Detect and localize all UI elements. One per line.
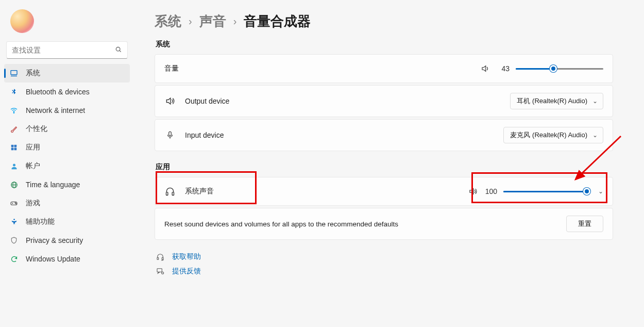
sidebar-item-time[interactable]: Time & language bbox=[4, 175, 130, 194]
sidebar-item-label: Network & internet bbox=[26, 106, 85, 115]
search-input[interactable] bbox=[12, 46, 115, 54]
svg-rect-7 bbox=[11, 148, 14, 151]
chevron-down-icon: ⌄ bbox=[592, 97, 598, 105]
output-device-label: Output device bbox=[185, 97, 229, 105]
svg-rect-8 bbox=[14, 148, 17, 151]
breadcrumb-sep: › bbox=[233, 15, 237, 27]
main-content: 系统 › 声音 › 音量合成器 系统 音量 43 Output device 耳… bbox=[155, 12, 613, 281]
svg-rect-2 bbox=[11, 71, 17, 75]
sidebar-item-system[interactable]: 系统 bbox=[4, 64, 130, 83]
input-device-dropdown[interactable]: 麦克风 (Realtek(R) Audio) ⌄ bbox=[503, 127, 603, 143]
sidebar-item-label: Windows Update bbox=[26, 255, 80, 263]
output-device-selected: 耳机 (Realtek(R) Audio) bbox=[517, 96, 587, 106]
svg-rect-22 bbox=[172, 192, 174, 195]
volume-slider[interactable] bbox=[516, 64, 603, 73]
volume-title: 音量 bbox=[164, 64, 179, 73]
svg-point-18 bbox=[13, 219, 15, 220]
sidebar-item-label: Privacy & security bbox=[26, 236, 83, 244]
search-icon bbox=[115, 46, 122, 55]
reset-button[interactable]: 重置 bbox=[566, 216, 603, 232]
svg-rect-21 bbox=[166, 192, 168, 195]
system-sound-value: 100 bbox=[485, 187, 497, 195]
volume-value: 43 bbox=[497, 64, 510, 73]
system-sound-card: 系统声音 100 ⌄ bbox=[155, 177, 613, 206]
svg-point-26 bbox=[162, 272, 164, 274]
sidebar-item-bluetooth[interactable]: Bluetooth & devices bbox=[4, 83, 130, 101]
output-device-dropdown[interactable]: 耳机 (Realtek(R) Audio) ⌄ bbox=[510, 93, 603, 109]
reset-card: Reset sound devices and volumes for all … bbox=[155, 208, 613, 240]
get-help-label: 获取帮助 bbox=[172, 252, 201, 261]
sidebar-item-label: Bluetooth & devices bbox=[26, 88, 90, 96]
sidebar-item-accessibility[interactable]: 辅助功能 bbox=[4, 212, 130, 231]
globe-icon bbox=[9, 180, 19, 189]
svg-rect-6 bbox=[14, 145, 17, 148]
sidebar-item-apps[interactable]: 应用 bbox=[4, 138, 130, 157]
svg-point-0 bbox=[116, 47, 120, 51]
speaker-loud-icon bbox=[164, 95, 176, 107]
accessibility-icon bbox=[9, 217, 19, 226]
input-device-label: Input device bbox=[185, 131, 224, 139]
svg-rect-19 bbox=[169, 132, 172, 136]
sidebar-item-network[interactable]: Network & internet bbox=[4, 101, 130, 120]
svg-point-4 bbox=[13, 112, 14, 113]
footer-links: 获取帮助 提供反馈 bbox=[156, 252, 613, 276]
get-help-link[interactable]: 获取帮助 bbox=[156, 252, 613, 261]
breadcrumb-current: 音量合成器 bbox=[244, 12, 311, 30]
sidebar-item-label: 游戏 bbox=[26, 199, 40, 208]
sidebar-item-gaming[interactable]: 游戏 bbox=[4, 194, 130, 212]
svg-rect-25 bbox=[157, 269, 162, 272]
chevron-down-icon[interactable]: ⌄ bbox=[598, 188, 603, 195]
gamepad-icon bbox=[9, 199, 19, 208]
breadcrumb-system[interactable]: 系统 bbox=[155, 12, 181, 30]
apps-icon bbox=[9, 143, 19, 152]
section-apps-label: 应用 bbox=[156, 162, 613, 172]
feedback-label: 提供反馈 bbox=[172, 267, 201, 276]
breadcrumb: 系统 › 声音 › 音量合成器 bbox=[155, 12, 613, 30]
help-icon bbox=[156, 252, 165, 261]
section-system-label: 系统 bbox=[156, 40, 613, 49]
sidebar-item-label: 个性化 bbox=[26, 124, 47, 134]
speaker-icon[interactable] bbox=[480, 63, 491, 74]
input-device-selected: 麦克风 (Realtek(R) Audio) bbox=[510, 130, 587, 140]
system-icon bbox=[9, 69, 19, 78]
system-sound-label: 系统声音 bbox=[185, 187, 214, 196]
svg-rect-24 bbox=[162, 257, 163, 259]
output-device-card: Output device 耳机 (Realtek(R) Audio) ⌄ bbox=[155, 85, 613, 117]
feedback-link[interactable]: 提供反馈 bbox=[156, 267, 613, 276]
svg-rect-23 bbox=[157, 257, 159, 259]
input-device-card: Input device 麦克风 (Realtek(R) Audio) ⌄ bbox=[155, 119, 613, 151]
search-box[interactable] bbox=[6, 41, 128, 59]
headphones-icon bbox=[164, 186, 176, 197]
sidebar-item-accounts[interactable]: 帐户 bbox=[4, 157, 130, 175]
svg-rect-5 bbox=[11, 145, 14, 148]
avatar[interactable] bbox=[10, 9, 34, 33]
microphone-icon bbox=[164, 129, 176, 141]
breadcrumb-sep: › bbox=[189, 15, 192, 27]
sidebar: 系统 Bluetooth & devices Network & interne… bbox=[0, 0, 134, 327]
reset-text: Reset sound devices and volumes for all … bbox=[164, 220, 398, 228]
sidebar-item-privacy[interactable]: Privacy & security bbox=[4, 231, 130, 250]
sidebar-item-label: 应用 bbox=[26, 143, 40, 152]
svg-point-9 bbox=[13, 164, 15, 166]
feedback-icon bbox=[156, 267, 165, 276]
svg-line-1 bbox=[120, 50, 121, 52]
system-sound-slider[interactable] bbox=[503, 187, 587, 195]
account-icon bbox=[9, 161, 19, 171]
sidebar-item-personalization[interactable]: 个性化 bbox=[4, 120, 130, 138]
sidebar-item-label: 帐户 bbox=[26, 161, 40, 171]
volume-card: 音量 43 bbox=[155, 54, 613, 83]
brush-icon bbox=[9, 124, 19, 134]
nav-list: 系统 Bluetooth & devices Network & interne… bbox=[4, 64, 130, 268]
update-icon bbox=[9, 254, 19, 264]
svg-point-17 bbox=[15, 203, 16, 204]
bluetooth-icon bbox=[9, 87, 19, 96]
speaker-icon[interactable] bbox=[467, 186, 479, 197]
sidebar-item-label: 辅助功能 bbox=[26, 217, 55, 226]
sidebar-item-label: Time & language bbox=[26, 181, 80, 189]
sidebar-item-label: 系统 bbox=[26, 69, 40, 78]
chevron-down-icon: ⌄ bbox=[592, 132, 598, 139]
shield-icon bbox=[9, 236, 19, 245]
breadcrumb-sound[interactable]: 声音 bbox=[199, 12, 226, 30]
sidebar-item-update[interactable]: Windows Update bbox=[4, 250, 130, 268]
wifi-icon bbox=[9, 106, 19, 115]
